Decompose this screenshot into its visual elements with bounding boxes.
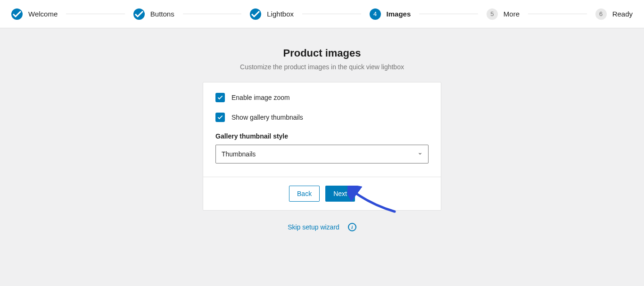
step-connector xyxy=(302,14,361,14)
step-label: Buttons xyxy=(150,10,174,18)
check-icon xyxy=(133,8,145,20)
step-welcome[interactable]: Welcome xyxy=(11,8,58,20)
step-number-icon: 5 xyxy=(487,8,498,20)
chevron-down-icon xyxy=(418,151,422,157)
checkbox-label: Show gallery thumbnails xyxy=(231,114,303,121)
skip-row: Skip setup wizard i xyxy=(288,223,356,231)
step-number-icon: 4 xyxy=(370,8,381,20)
settings-card: Enable image zoom Show gallery thumbnail… xyxy=(203,82,441,211)
check-icon xyxy=(11,8,23,20)
check-icon xyxy=(250,8,261,20)
checkbox-show-thumbnails[interactable] xyxy=(215,113,225,122)
card-body: Enable image zoom Show gallery thumbnail… xyxy=(203,82,441,177)
card-footer: Back Next xyxy=(203,177,441,210)
select-value: Thumbnails xyxy=(222,150,256,158)
skip-setup-link[interactable]: Skip setup wizard xyxy=(288,223,339,231)
check-icon xyxy=(217,114,223,121)
step-connector xyxy=(419,14,478,14)
step-label: Images xyxy=(387,10,411,18)
step-more[interactable]: 5 More xyxy=(487,8,520,20)
main-content: Product images Customize the product ima… xyxy=(0,28,644,231)
check-icon xyxy=(217,94,223,101)
step-label: Welcome xyxy=(28,10,58,18)
checkbox-enable-zoom[interactable] xyxy=(215,93,225,102)
step-number-icon: 6 xyxy=(595,8,607,20)
checkbox-label: Enable image zoom xyxy=(231,94,290,101)
checkbox-row-zoom: Enable image zoom xyxy=(215,93,429,102)
checkbox-row-thumbnails: Show gallery thumbnails xyxy=(215,113,429,122)
step-ready[interactable]: 6 Ready xyxy=(595,8,633,20)
page-subtitle: Customize the product images in the quic… xyxy=(240,63,404,71)
stepper-bar: Welcome Buttons Lightbox 4 Images 5 More… xyxy=(0,0,644,28)
step-images[interactable]: 4 Images xyxy=(370,8,411,20)
field-label-gallery-style: Gallery thumbnail style xyxy=(215,132,429,140)
back-button[interactable]: Back xyxy=(289,186,320,202)
page-title: Product images xyxy=(283,47,361,59)
step-buttons[interactable]: Buttons xyxy=(133,8,174,20)
step-connector xyxy=(528,14,587,14)
info-icon[interactable]: i xyxy=(348,223,356,231)
step-connector xyxy=(183,14,242,14)
step-label: Ready xyxy=(612,10,633,18)
step-label: More xyxy=(504,10,520,18)
step-connector xyxy=(66,14,125,14)
next-button[interactable]: Next xyxy=(325,186,355,202)
select-gallery-style[interactable]: Thumbnails xyxy=(215,145,429,163)
step-lightbox[interactable]: Lightbox xyxy=(250,8,294,20)
step-label: Lightbox xyxy=(267,10,294,18)
